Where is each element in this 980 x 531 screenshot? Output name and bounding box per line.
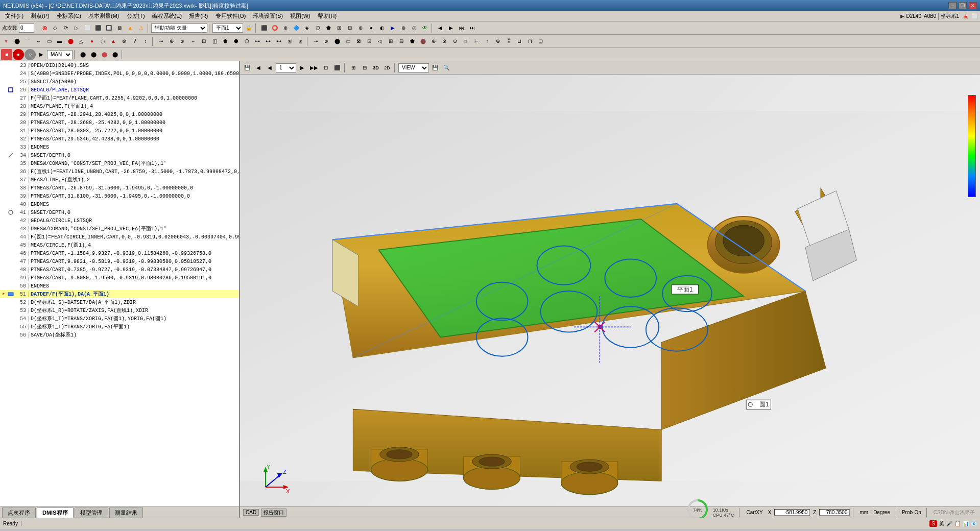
code-line-35[interactable]: 35DMESW/COMAND,'CONST/SET_PROJ_VEC,FA(平面… (0, 159, 239, 167)
menu-programming[interactable]: 编程系统(E) (149, 12, 185, 20)
code-line-36[interactable]: 36F(直线1)=FEAT/LINE,UNBND,CART,-26.8759,-… (0, 167, 239, 176)
tb2-geo-12[interactable]: ⊷ (274, 36, 284, 46)
tb-meas-15[interactable]: ◎ (409, 23, 419, 33)
tb2-right-14[interactable]: ⊙ (450, 36, 460, 46)
code-line-56[interactable]: 56SAVE/DA(坐标系1) (0, 331, 239, 339)
minimize-button[interactable]: ─ (948, 2, 957, 9)
close-button[interactable]: ✕ (969, 2, 977, 9)
menu-report[interactable]: 报告(R) (186, 12, 211, 20)
tb2-geo-3[interactable]: ⌀ (177, 36, 187, 46)
tb2-geo-14[interactable]: ⊵ (295, 36, 305, 46)
tb3-btn-2[interactable]: ⬤ (88, 50, 99, 60)
tb2-right-9[interactable]: ⊟ (396, 36, 407, 46)
code-line-26[interactable]: 26GEOALG/PLANE,LSTSQR (0, 86, 239, 94)
vp-tb-grid1[interactable]: ⊞ (348, 63, 358, 73)
vp-tb-back[interactable]: ◀ (253, 63, 264, 73)
vp-report-label[interactable]: 报告窗口 (261, 509, 286, 517)
code-line-28[interactable]: 28MEAS/PLANE,F(平面1),4 (0, 102, 239, 110)
tb-nav-2[interactable]: ▶ (446, 23, 456, 33)
tb-meas-12[interactable]: ◐ (377, 23, 387, 33)
code-line-50[interactable]: 50ENDMES (0, 282, 239, 290)
code-line-55[interactable]: 55D(坐标系1_T)=TRANS/ZORIG,FA(平面1) (0, 323, 239, 331)
vp-tb-grid2[interactable]: ⊟ (360, 63, 370, 73)
menu-environment[interactable]: 环境设置(S) (250, 12, 286, 20)
tb3-stop-icon[interactable]: ● (13, 49, 24, 60)
tb2-right-13[interactable]: ⊗ (439, 36, 449, 46)
tb3-btn-1[interactable]: ⬤ (78, 50, 88, 60)
tb-meas-2[interactable]: ⭕ (270, 23, 280, 33)
lock-btn[interactable]: 🔒 (244, 23, 254, 33)
code-line-32[interactable]: 32PTMEAS/CART,29.5346,42.4288,0,0,1.0000… (0, 135, 239, 143)
tb2-right-8[interactable]: ⊞ (386, 36, 396, 46)
tb-btn-10[interactable]: ⚠ (136, 23, 146, 33)
vp-tb-ddd[interactable]: 3D (371, 63, 381, 73)
vp-step-select[interactable]: 1 (276, 63, 296, 73)
code-line-43[interactable]: 43DMESW/COMAND,'CONST/SET_PROJ_VEC,FA(平面… (0, 225, 239, 233)
tb-meas-4[interactable]: 🔷 (291, 23, 301, 33)
tb2-right-2[interactable]: ⌀ (321, 36, 331, 46)
code-line-52[interactable]: 52D(坐标系1_S)=DATSET/DA(A_平面1),ZDIR (0, 298, 239, 306)
tb-meas-1[interactable]: ⬛ (259, 23, 269, 33)
tb2-geo-1[interactable]: ⊸ (156, 36, 166, 46)
tb2-right-18[interactable]: ⊕ (493, 36, 503, 46)
tb2-right-6[interactable]: ⊡ (364, 36, 374, 46)
code-line-23[interactable]: 23OPEN/DID(D2L40).SNS (0, 61, 239, 69)
tb2-6[interactable]: ▬ (55, 36, 65, 46)
tb-btn-6[interactable]: ⬛ (93, 23, 103, 33)
vp-tb-save[interactable]: 💾 (242, 63, 252, 73)
tb-meas-5[interactable]: ◈ (302, 23, 312, 33)
code-line-37[interactable]: 37MEAS/LINE,F(直线1),2 (0, 176, 239, 184)
tb2-geo-7[interactable]: ⬢ (220, 36, 230, 46)
code-line-25[interactable]: 25SNSLCT/SA(A0B0) (0, 78, 239, 86)
tb2-right-19[interactable]: ⁑ (504, 36, 514, 46)
tb3-rec-icon[interactable]: ○ (25, 49, 36, 60)
code-line-48[interactable]: 48PTMEAS/CART,0.7385,-9.9727,-0.9319,-0.… (0, 266, 239, 274)
tb2-geo-11[interactable]: ⊷ (263, 36, 273, 46)
vp-tb-copy[interactable]: ⊡ (321, 63, 331, 73)
tb2-right-21[interactable]: ⊓ (525, 36, 535, 46)
menu-basic-measure[interactable]: 基本测量(M) (85, 12, 123, 20)
tb-meas-6[interactable]: ⬡ (313, 23, 323, 33)
right-panel[interactable]: 💾 ◀ ◀ 1 ▶ ▶▶ ⊡ ⬛ ⊞ ⊟ 3D 2D VIEW 💾 (240, 61, 980, 518)
code-line-54[interactable]: 54D(坐标系1_T)=TRANS/XORIG,FA(圆1),YORIG,FA(… (0, 315, 239, 323)
menu-help[interactable]: 帮助(H) (315, 12, 340, 20)
scene-area[interactable]: 平面1 圆1 Y Z (240, 75, 980, 518)
tb-meas-10[interactable]: ⊕ (355, 23, 366, 33)
tb-btn-5[interactable]: ⬜ (82, 23, 92, 33)
view-select[interactable]: VIEW (398, 63, 429, 73)
tb2-12[interactable]: ⊗ (119, 36, 129, 46)
code-line-33[interactable]: 33ENDMES (0, 143, 239, 151)
code-line-51[interactable]: ➤51DATDEF/F(平面1),DA(A_平面1) (0, 290, 239, 298)
tb3-btn-3[interactable]: ⬤ (99, 50, 109, 60)
code-line-42[interactable]: 42GEOALG/CIRCLE,LSTSQR (0, 216, 239, 225)
assist-func-select[interactable]: 辅助功能 矢量 (151, 23, 207, 33)
tab-dmis-program[interactable]: DMIS程序 (37, 508, 74, 518)
tb2-2[interactable]: ⬤ (12, 36, 22, 46)
tb-btn-1[interactable]: ◎ (39, 23, 50, 33)
code-line-41[interactable]: 41SNSET/DEPTH,0 (0, 208, 239, 216)
tb2-geo-13[interactable]: ⊴ (284, 36, 295, 46)
tb2-9[interactable]: ● (87, 36, 97, 46)
tb-meas-8[interactable]: ⊞ (334, 23, 344, 33)
tb-nav-1[interactable]: ◀ (435, 23, 445, 33)
tb-btn-3[interactable]: ⟳ (61, 23, 71, 33)
menu-coord[interactable]: 坐标系(C) (54, 12, 84, 20)
code-line-30[interactable]: 30PTMEAS/CART,-28.3688,-25.4282,0,0,1.00… (0, 118, 239, 127)
tb-meas-14[interactable]: ⊛ (398, 23, 409, 33)
tb-meas-3[interactable]: ⊕ (280, 23, 291, 33)
tb2-right-17[interactable]: ↑ (482, 36, 492, 46)
vp-tb-stepfwd[interactable]: ▶ (297, 63, 307, 73)
tb2-right-7[interactable]: ◁ (375, 36, 385, 46)
tb2-4[interactable]: ⌢ (33, 36, 43, 46)
tb-meas-13[interactable]: ▶ (388, 23, 398, 33)
point-count-input[interactable] (19, 23, 34, 33)
tb-view-1[interactable]: 👁 (420, 23, 430, 33)
vp-tb-2d[interactable]: 2D (382, 63, 392, 73)
vp-tb-export[interactable]: ⬛ (332, 63, 342, 73)
tb-btn-7[interactable]: 🔲 (104, 23, 114, 33)
tb2-3[interactable]: ⌒ (22, 36, 33, 46)
tb2-1[interactable]: ▼ (1, 36, 11, 46)
tb3-run-btn[interactable]: ▶ (36, 50, 46, 60)
code-line-27[interactable]: 27F(平面1)=FEAT/PLANE,CART,0.2255,4.9202,0… (0, 94, 239, 102)
vp-tb-save2[interactable]: 💾 (430, 63, 440, 73)
